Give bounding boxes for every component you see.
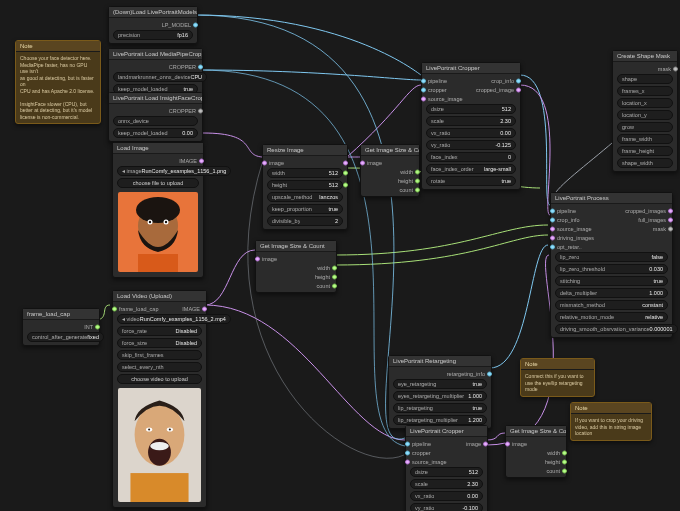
field-scale[interactable]: scale2.30 [410,479,483,489]
node-title[interactable]: LivePortrait Process [551,193,672,204]
node-frame-load-cap[interactable]: frame_load_cap INT control_after_generat… [22,308,100,346]
svg-point-15 [150,442,169,450]
node-title[interactable]: LivePortrait Load InsightFaceCropper [109,93,202,104]
node-liveportrait-process[interactable]: LivePortrait Process pipelinecropped_ima… [550,192,673,338]
upload-video-button[interactable]: choose video to upload [117,374,202,384]
port-in-image [262,160,267,165]
node-get-image-size-2[interactable]: Get Image Size & Count image width heigh… [255,240,337,293]
node-title[interactable]: (Down)Load LivePortraitModels [109,7,197,18]
note-detector-choice[interactable]: Note Choose your face detector here. Med… [15,40,101,124]
port-in-cropper [421,87,426,92]
node-title[interactable]: Load Image [113,143,203,154]
port-out-cropper [198,108,203,113]
node-mediapipe-cropper-loader[interactable]: LivePortrait Load MediaPipeCropper CROPP… [108,48,203,98]
node-title[interactable]: frame_load_cap [23,309,99,320]
node-load-video[interactable]: Load Video (Upload) frame_load_capIMAGE … [112,290,207,508]
field-rotate[interactable]: rotatetrue [426,176,516,186]
node-insightface-cropper-loader[interactable]: LivePortrait Load InsightFaceCropper CRO… [108,92,203,142]
node-load-image[interactable]: Load Image IMAGE ◂ imageRunComfy_example… [112,142,204,278]
field-relative-motion-mode[interactable]: relative_motion_moderelative [555,312,668,322]
field-vy-ratio[interactable]: vy_ratio-0.125 [426,140,516,150]
svg-rect-16 [130,473,188,502]
note-text: Choose your face detector here. MediaPip… [16,52,100,123]
field-face-index-order[interactable]: face_index_orderlarge-small [426,164,516,174]
field-upscale-method[interactable]: upscale_methodlanczos [267,192,343,202]
field-lip-zero-threshold[interactable]: lip_zero_threshold0.030 [555,264,668,274]
field-force-size[interactable]: force_sizeDisabled [117,338,202,348]
node-get-image-size-3[interactable]: Get Image Size & Count image width heigh… [505,425,567,478]
note-retarget-hint[interactable]: Note Connect this if you want to use the… [520,358,595,397]
node-title[interactable]: LivePortrait Retargeting [389,356,491,367]
node-liveportrait-cropper-1[interactable]: LivePortrait Cropper pipelinecrop_info c… [421,62,521,190]
node-title[interactable]: Note [16,41,100,52]
field-width[interactable]: width512 [267,168,343,178]
svg-point-6 [165,221,167,223]
field-skip-first[interactable]: skip_first_frames [117,350,202,360]
port-in-pipeline [421,78,426,83]
field-vy-ratio[interactable]: vy_ratio-0.100 [410,503,483,511]
field-mismatch-method[interactable]: mismatch_methodconstant [555,300,668,310]
svg-rect-7 [138,254,178,272]
node-title[interactable]: Load Video (Upload) [113,291,206,302]
svg-point-12 [148,428,150,430]
node-title[interactable]: LivePortrait Load MediaPipeCropper [109,49,202,60]
field-lip-multiplier[interactable]: lip_retargeting_multiplier1.200 [393,415,487,425]
node-get-image-size-1[interactable]: Get Image Size & Count image width heigh… [360,144,420,197]
note-crop-driving-hint[interactable]: Note If you want to crop your driving vi… [570,402,652,441]
field-scale[interactable]: scale2.30 [426,116,516,126]
svg-point-5 [149,221,151,223]
node-title[interactable]: Get Image Size & Count [361,145,419,156]
field-dsize[interactable]: dsize512 [410,467,483,477]
field-eyes-multiplier[interactable]: eyes_retargeting_multiplier1.000 [393,391,487,401]
field-lip-retargeting[interactable]: lip_retargetingtrue [393,403,487,413]
node-title[interactable]: Resize Image [263,145,347,156]
field-driving-smooth-variance[interactable]: driving_smooth_obsrvation_variance0.0000… [555,324,678,334]
node-title[interactable]: LivePortrait Cropper [422,63,520,74]
port-out-height [343,183,348,188]
field-onnx-device[interactable]: landmarkrunner_onnx_deviceCPU [113,72,207,82]
field-vx-ratio[interactable]: vx_ratio0.00 [410,491,483,501]
video-preview [115,385,204,505]
field-face-index[interactable]: face_index0 [426,152,516,162]
port-out-cropper [198,64,203,69]
field-delta-multiplier[interactable]: delta_multiplier1.000 [555,288,668,298]
node-download-models[interactable]: (Down)Load LivePortraitModels LP_MODEL p… [108,6,198,44]
node-title[interactable]: LivePortrait Cropper [406,426,487,437]
node-title[interactable]: Create Shape Mask [613,51,677,62]
field-precision[interactable]: precisionfp16 [113,30,193,40]
note-text: If you want to crop your driving video, … [571,414,651,440]
field-control-after-generate[interactable]: control_after_generatefixed [27,332,104,342]
field-onnx-device[interactable]: onnx_device [113,116,198,126]
svg-point-13 [169,428,171,430]
port-out-image [343,160,348,165]
field-force-rate[interactable]: force_rateDisabled [117,326,202,336]
port-out-model [193,22,198,27]
upload-button[interactable]: choose file to upload [117,178,199,188]
node-title[interactable]: Get Image Size & Count [256,241,336,252]
node-resize-image[interactable]: Resize Image image width512 height512 up… [262,144,348,230]
field-vx-ratio[interactable]: vx_ratio0.00 [426,128,516,138]
port-out-image [199,158,204,163]
port-in-image [421,96,426,101]
note-text: Connect this if you want to use the eye/… [521,370,594,396]
node-liveportrait-cropper-2[interactable]: LivePortrait Cropper pipelineimage cropp… [405,425,488,511]
field-keep-loaded[interactable]: keep_model_loaded0.00 [113,128,198,138]
field-divisible-by[interactable]: divisible_by2 [267,216,343,226]
field-height[interactable]: height512 [267,180,343,190]
node-create-shape-mask[interactable]: Create Shape Mask mask shape frames_x lo… [612,50,678,172]
field-stitching[interactable]: stitchingtrue [555,276,668,286]
field-select-every-nth[interactable]: select_every_nth [117,362,202,372]
port-in-image [360,160,365,165]
field-filename[interactable]: ◂ imageRunComfy_examples_1156_1.png [117,166,231,176]
preview-shouting-face [118,388,201,502]
field-video[interactable]: ◂ videoRunComfy_examples_1156_2.mp4 [117,314,231,324]
field-lip-zero[interactable]: lip_zerofalse [555,252,668,262]
field-eye-retargeting[interactable]: eye_retargetingtrue [393,379,487,389]
image-preview [115,189,201,275]
node-title[interactable]: Get Image Size & Count [506,426,566,437]
node-title[interactable]: Note [571,403,651,414]
field-dsize[interactable]: dsize512 [426,104,516,114]
field-keep-proportion[interactable]: keep_proportiontrue [267,204,343,214]
node-liveportrait-retargeting[interactable]: LivePortrait Retargeting retargeting_inf… [388,355,492,429]
node-title[interactable]: Note [521,359,594,370]
